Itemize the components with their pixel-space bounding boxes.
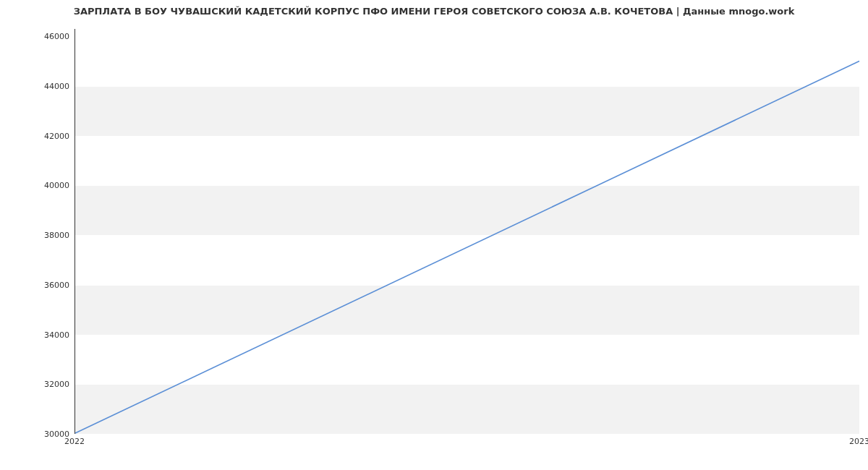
- chart-container: ЗАРПЛАТА В БОУ ЧУВАШСКИЙ КАДЕТСКИЙ КОРПУ…: [0, 0, 868, 470]
- data-line: [75, 61, 859, 433]
- chart-title: ЗАРПЛАТА В БОУ ЧУВАШСКИЙ КАДЕТСКИЙ КОРПУ…: [0, 6, 868, 17]
- y-tick-label: 46000: [33, 32, 69, 41]
- y-tick-label: 32000: [33, 380, 69, 389]
- x-tick-label: 2023: [849, 437, 868, 446]
- line-svg: [75, 29, 859, 433]
- y-tick-label: 38000: [33, 231, 69, 240]
- y-tick-label: 44000: [33, 82, 69, 91]
- y-tick-label: 40000: [33, 181, 69, 190]
- y-gridline: [75, 434, 859, 435]
- x-tick-label: 2022: [64, 437, 85, 446]
- y-tick-label: 42000: [33, 131, 69, 140]
- y-tick-label: 36000: [33, 280, 69, 289]
- plot-area: [75, 29, 859, 434]
- y-tick-label: 34000: [33, 330, 69, 339]
